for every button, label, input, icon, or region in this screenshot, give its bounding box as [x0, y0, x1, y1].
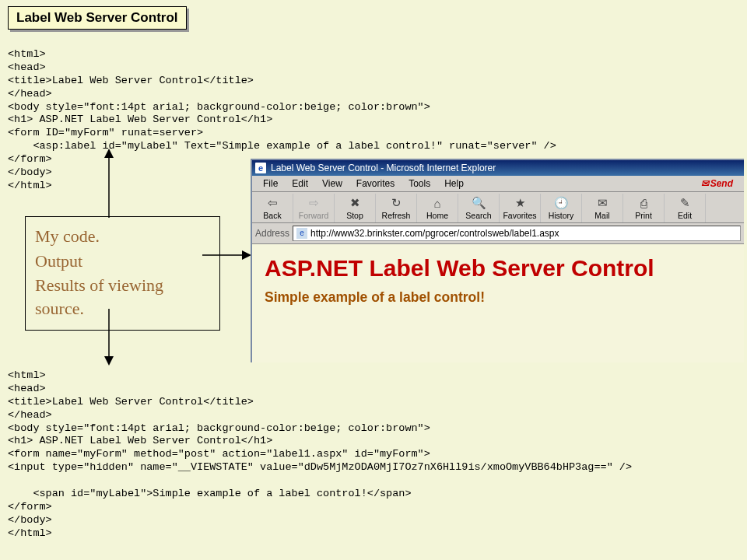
stop-icon: ✖	[346, 195, 363, 211]
section-title: Label Web Server Control	[8, 6, 187, 30]
toolbar-refresh-button[interactable]: ↻Refresh	[376, 194, 417, 222]
toolbar-print-button[interactable]: ⎙Print	[623, 194, 665, 222]
print-icon: ⎙	[635, 195, 652, 211]
browser-toolbar: ⇦Back ⇨Forward ✖Stop ↻Refresh ⌂Home 🔍Sea…	[252, 192, 744, 223]
arrow-to-rendered-source	[78, 307, 140, 369]
toolbar-favorites-button[interactable]: ★Favorites	[500, 194, 541, 222]
page-heading: ASP.NET Label Web Server Control	[265, 255, 731, 282]
search-icon: 🔍	[470, 195, 487, 211]
toolbar-mail-button[interactable]: ✉Mail	[582, 194, 623, 222]
browser-title-text: Label Web Server Control - Microsoft Int…	[271, 163, 496, 173]
menu-edit[interactable]: Edit	[286, 177, 314, 190]
toolbar-forward-button[interactable]: ⇨Forward	[293, 194, 335, 222]
toolbar-search-button[interactable]: 🔍Search	[458, 194, 500, 222]
toolbar-edit-button[interactable]: ✎Edit	[665, 194, 706, 222]
browser-app-icon: e	[255, 163, 266, 173]
history-icon: 🕘	[552, 195, 570, 211]
page-icon: e	[296, 228, 307, 239]
browser-titlebar: e Label Web Server Control - Microsoft I…	[252, 160, 744, 176]
browser-address-bar: Address e http://www32.brinkster.com/pgr…	[252, 223, 744, 244]
arrow-to-code	[78, 148, 140, 226]
source-code-rendered: <html> <head> <title>Label Web Server Co…	[8, 369, 632, 540]
address-label: Address	[255, 228, 289, 239]
toolbar-back-button[interactable]: ⇦Back	[252, 194, 293, 222]
edit-icon: ✎	[676, 195, 693, 211]
menu-send[interactable]: Send	[695, 177, 739, 190]
toolbar-stop-button[interactable]: ✖Stop	[335, 194, 376, 222]
page-label-output: Simple example of a label control!	[265, 289, 731, 306]
browser-menubar: File Edit View Favorites Tools Help Send	[252, 176, 744, 192]
mail-icon: ✉	[594, 195, 611, 211]
address-input[interactable]: e http://www32.brinkster.com/pgrocer/con…	[293, 226, 741, 241]
refresh-icon: ↻	[388, 195, 405, 211]
annotation-line-1: My code.	[35, 225, 210, 248]
url-text: http://www32.brinkster.com/pgrocer/contr…	[310, 228, 559, 239]
browser-viewport: ASP.NET Label Web Server Control Simple …	[252, 244, 744, 362]
toolbar-history-button[interactable]: 🕘History	[541, 194, 582, 222]
favorites-icon: ★	[511, 195, 528, 211]
menu-view[interactable]: View	[316, 177, 349, 190]
browser-window: e Label Web Server Control - Microsoft I…	[251, 159, 744, 362]
menu-file[interactable]: File	[257, 177, 284, 190]
menu-favorites[interactable]: Favorites	[350, 177, 401, 190]
annotation-line-2: Output	[35, 250, 210, 273]
forward-arrow-icon: ⇨	[305, 195, 322, 211]
back-arrow-icon: ⇦	[264, 195, 281, 211]
arrow-to-browser	[201, 247, 255, 263]
menu-tools[interactable]: Tools	[402, 177, 437, 190]
home-icon: ⌂	[429, 195, 446, 211]
toolbar-home-button[interactable]: ⌂Home	[417, 194, 458, 222]
menu-help[interactable]: Help	[438, 177, 470, 190]
